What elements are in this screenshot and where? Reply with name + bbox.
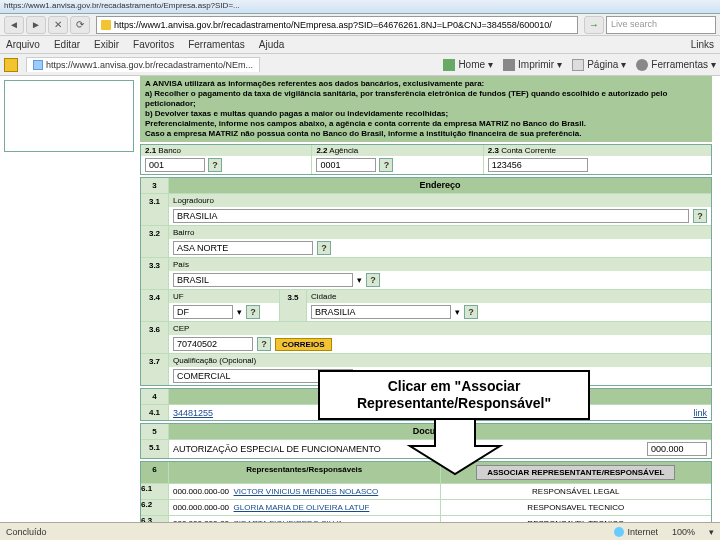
rep-link[interactable]: GLORIA MARIA DE OLIVEIRA LATUF <box>234 503 370 512</box>
print-icon <box>503 59 515 71</box>
table-row: 6.3 000.000.000-00 SIDARTA FIGUEIREDO SI… <box>141 515 711 522</box>
forward-button[interactable]: ► <box>26 16 46 34</box>
logradouro-input[interactable]: BRASILIA <box>173 209 689 223</box>
endereco-section: 3Endereço 3.1LogradouroBRASILIA? 3.2Bair… <box>140 177 712 386</box>
bank-section: 2.1 Banco 001? 2.2 Agência 0001? 2.3 Con… <box>140 144 712 175</box>
menu-links[interactable]: Links <box>691 39 714 50</box>
instruction-callout: Clicar em "Associar Representante/Respon… <box>318 370 590 420</box>
menu-bar: Arquivo Editar Exibir Favoritos Ferramen… <box>0 36 720 54</box>
menu-exibir[interactable]: Exibir <box>94 39 119 50</box>
address-url: https://www1.anvisa.gov.br/recadastramen… <box>114 20 552 30</box>
menu-arquivo[interactable]: Arquivo <box>6 39 40 50</box>
stop-button[interactable]: ✕ <box>48 16 68 34</box>
bairro-input[interactable]: ASA NORTE <box>173 241 313 255</box>
agencia-input[interactable]: 0001 <box>316 158 376 172</box>
home-icon <box>443 59 455 71</box>
internet-icon <box>614 527 624 537</box>
page-button[interactable]: Página ▾ <box>572 59 626 71</box>
help-icon[interactable]: ? <box>246 305 260 319</box>
print-button[interactable]: Imprimir ▾ <box>503 59 562 71</box>
window-titlebar: https://www1.anvisa.gov.br/recadastramen… <box>0 0 720 14</box>
telefone-add-link[interactable]: link <box>693 408 707 418</box>
conta-input[interactable]: 123456 <box>488 158 588 172</box>
help-icon[interactable]: ? <box>317 241 331 255</box>
arrow-annotation <box>405 416 505 476</box>
cep-input[interactable]: 70740502 <box>173 337 253 351</box>
status-left: Concluído <box>6 527 47 537</box>
nav-toolbar: ◄ ► ✕ ⟳ https://www1.anvisa.gov.br/recad… <box>0 14 720 36</box>
page-icon <box>33 60 43 70</box>
go-button[interactable]: → <box>584 16 604 34</box>
menu-ajuda[interactable]: Ajuda <box>259 39 285 50</box>
correios-button[interactable]: CORREIOS <box>275 338 332 351</box>
endereco-header: Endereço <box>169 178 711 193</box>
page-icon2 <box>572 59 584 71</box>
cidade-select[interactable]: BRASILIA <box>311 305 451 319</box>
help-icon[interactable]: ? <box>693 209 707 223</box>
table-row: 6.1 000.000.000-00 VICTOR VINICIUS MENDE… <box>141 483 711 499</box>
search-box[interactable]: Live search <box>606 16 716 34</box>
sidebar-placeholder <box>4 80 134 152</box>
help-icon[interactable]: ? <box>366 273 380 287</box>
browser-tab[interactable]: https://www1.anvisa.gov.br/recadastramen… <box>26 57 260 72</box>
menu-ferramentas[interactable]: Ferramentas <box>188 39 245 50</box>
back-button[interactable]: ◄ <box>4 16 24 34</box>
uf-select[interactable]: DF <box>173 305 233 319</box>
svg-marker-0 <box>410 416 500 474</box>
favorites-icon[interactable] <box>4 58 18 72</box>
intro-text: A ANVISA utilizará as informações refere… <box>140 76 712 142</box>
telefone-link[interactable]: 34481255 <box>173 408 213 418</box>
reps-header: Representantes/Responsáveis <box>169 462 441 483</box>
status-bar: Concluído Internet 100% ▾ <box>0 522 720 540</box>
home-button[interactable]: Home ▾ <box>443 59 493 71</box>
help-icon[interactable]: ? <box>379 158 393 172</box>
help-icon[interactable]: ? <box>208 158 222 172</box>
help-icon[interactable]: ? <box>257 337 271 351</box>
page-content: A ANVISA utilizará as informações refere… <box>0 76 720 522</box>
tab-toolbar: https://www1.anvisa.gov.br/recadastramen… <box>0 54 720 76</box>
help-icon[interactable]: ? <box>464 305 478 319</box>
menu-favoritos[interactable]: Favoritos <box>133 39 174 50</box>
tab-label: https://www1.anvisa.gov.br/recadastramen… <box>46 60 253 70</box>
lock-icon <box>101 20 111 30</box>
menu-editar[interactable]: Editar <box>54 39 80 50</box>
pais-select[interactable]: BRASIL <box>173 273 353 287</box>
gear-icon <box>636 59 648 71</box>
refresh-button[interactable]: ⟳ <box>70 16 90 34</box>
associar-button[interactable]: ASSOCIAR REPRESENTANTE/RESPONSÁVEL <box>476 465 675 480</box>
banco-input[interactable]: 001 <box>145 158 205 172</box>
table-row: 6.2 000.000.000-00 GLORIA MARIA DE OLIVE… <box>141 499 711 515</box>
tools-button[interactable]: Ferramentas ▾ <box>636 59 716 71</box>
rep-link[interactable]: SIDARTA FIGUEIREDO SILVA <box>234 519 343 522</box>
zoom-level[interactable]: 100% <box>672 527 695 537</box>
rep-link[interactable]: VICTOR VINICIUS MENDES NOLASCO <box>234 487 379 496</box>
documento-input[interactable]: 000.000 <box>647 442 707 456</box>
address-bar[interactable]: https://www1.anvisa.gov.br/recadastramen… <box>96 16 578 34</box>
